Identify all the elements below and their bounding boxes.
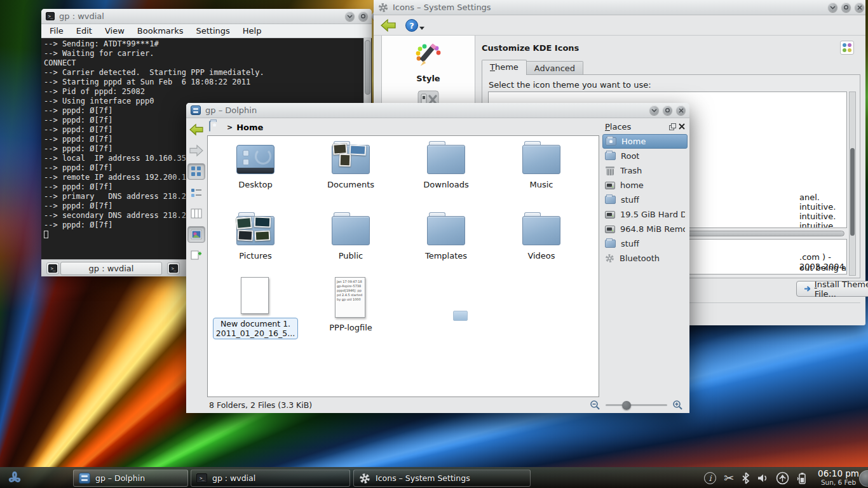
forward-button[interactable] bbox=[187, 142, 205, 159]
minimize-button[interactable] bbox=[649, 105, 659, 115]
details-view-icon bbox=[191, 187, 202, 198]
tab-list-button[interactable]: >_ bbox=[167, 262, 180, 274]
digital-clock[interactable]: 06:10 pm Sun, 6 Feb bbox=[818, 469, 859, 487]
system-settings-titlebar[interactable]: Icons – System Settings bbox=[374, 0, 865, 15]
konsole-icon: >_ bbox=[46, 12, 55, 20]
gear-icon bbox=[605, 254, 614, 263]
minimize-button[interactable] bbox=[828, 3, 837, 12]
theme-list-item[interactable]: intuitive. bbox=[799, 202, 836, 212]
terminal-menubar: File Edit View Bookmarks Settings Help bbox=[41, 24, 372, 38]
usb-device-icon[interactable] bbox=[776, 471, 789, 485]
folder-item-videos[interactable]: Videos bbox=[494, 212, 589, 261]
place-item-hard-drive[interactable]: 19.5 GiB Hard Drive bbox=[602, 207, 688, 222]
zoom-out-icon[interactable] bbox=[590, 400, 600, 410]
help-icon: ? bbox=[405, 19, 418, 32]
battery-icon[interactable] bbox=[797, 472, 807, 485]
theme-list-item[interactable]: anel. bbox=[799, 193, 820, 202]
back-button[interactable] bbox=[380, 18, 397, 32]
theme-list-item[interactable]: intuitive. bbox=[799, 212, 836, 221]
maximize-button[interactable] bbox=[841, 3, 851, 12]
place-item-root[interactable]: Root bbox=[602, 149, 688, 163]
split-view-button[interactable] bbox=[187, 247, 205, 264]
sidebar-item-style[interactable]: Style bbox=[382, 36, 475, 83]
folder-view[interactable]: Desktop Documents Downloads Music bbox=[207, 135, 599, 397]
file-item-ppp-logfile[interactable]: Jan 17 09:47:18 gp-Aspire-5738 pppd[1946… bbox=[303, 276, 398, 332]
bottom-panel: gp – Dolphin >_ gp : wvdial Icons – Syst… bbox=[0, 467, 868, 488]
vertical-scrollbar[interactable] bbox=[849, 92, 856, 276]
columns-view-button[interactable] bbox=[187, 205, 205, 222]
konsole-icon: >_ bbox=[48, 264, 57, 273]
system-settings-toolbar: ? bbox=[374, 15, 865, 36]
terminal-tab[interactable]: gp : wvdial bbox=[60, 262, 162, 275]
place-item-stuff[interactable]: stuff bbox=[602, 193, 688, 207]
place-item-stuff-2[interactable]: stuff bbox=[602, 236, 688, 251]
panel-cashew-icon[interactable] bbox=[859, 470, 868, 487]
folder-item-templates[interactable]: Templates bbox=[398, 212, 494, 261]
drag-thumbnail-artifact bbox=[453, 311, 468, 321]
zoom-slider[interactable] bbox=[606, 404, 667, 406]
theme-list-item[interactable]: intuitive. bbox=[799, 221, 836, 228]
terminal-titlebar[interactable]: >_ gp : wvdial bbox=[41, 9, 372, 24]
volume-icon[interactable] bbox=[757, 473, 768, 483]
select-theme-label: Select the icon theme you want to use: bbox=[489, 80, 651, 90]
close-button[interactable] bbox=[676, 105, 686, 115]
place-item-bluetooth[interactable]: Bluetooth bbox=[602, 251, 688, 266]
menu-view[interactable]: View bbox=[105, 26, 125, 36]
gear-icon bbox=[359, 473, 370, 484]
info-tray-icon[interactable]: i bbox=[704, 472, 716, 484]
klipper-scissors-icon[interactable]: ✂ bbox=[724, 472, 734, 484]
place-item-home-partition[interactable]: home bbox=[602, 178, 688, 193]
place-item-removable[interactable]: 964.8 MiB Remov... bbox=[602, 222, 688, 236]
tab-theme[interactable]: Theme bbox=[482, 60, 527, 75]
taskbar-item-wvdial[interactable]: >_ gp : wvdial bbox=[191, 470, 350, 487]
menu-file[interactable]: File bbox=[50, 26, 64, 36]
konsole-icon: >_ bbox=[169, 264, 178, 273]
folder-item-desktop[interactable]: Desktop bbox=[208, 141, 303, 189]
launcher-button[interactable] bbox=[2, 468, 27, 488]
minimize-button[interactable] bbox=[345, 11, 355, 21]
zoom-slider-handle[interactable] bbox=[622, 401, 631, 410]
folder-item-music[interactable]: Music bbox=[494, 141, 589, 189]
folder-item-pictures[interactable]: Pictures bbox=[208, 212, 303, 261]
zoom-in-icon[interactable] bbox=[672, 400, 683, 410]
breadcrumb-home[interactable]: Home bbox=[236, 123, 263, 132]
install-arrow-icon bbox=[804, 285, 810, 292]
folder-icon bbox=[427, 216, 465, 245]
folder-item-public[interactable]: Public bbox=[303, 212, 398, 261]
menu-bookmarks[interactable]: Bookmarks bbox=[137, 26, 184, 36]
menu-help[interactable]: Help bbox=[243, 26, 262, 36]
maximize-button[interactable] bbox=[663, 105, 672, 115]
back-arrow-icon bbox=[189, 123, 204, 136]
folder-icon bbox=[605, 152, 616, 160]
install-theme-button[interactable]: Install Theme File... bbox=[796, 281, 868, 297]
icons-view-button[interactable] bbox=[187, 163, 205, 180]
preview-toggle-button[interactable] bbox=[187, 226, 205, 243]
menu-edit[interactable]: Edit bbox=[76, 26, 92, 36]
terminal-window-title: gp : wvdial bbox=[59, 11, 104, 21]
tab-advanced[interactable]: Advanced bbox=[527, 61, 583, 75]
breadcrumb-home-button[interactable] bbox=[209, 121, 223, 133]
details-view-button[interactable] bbox=[187, 184, 205, 201]
float-panel-icon[interactable] bbox=[669, 123, 676, 130]
close-panel-icon[interactable] bbox=[679, 123, 685, 130]
place-item-home[interactable]: Home bbox=[602, 134, 688, 149]
taskbar-item-dolphin[interactable]: gp – Dolphin bbox=[73, 470, 188, 487]
split-view-icon bbox=[191, 250, 202, 261]
file-item-new-document[interactable]: New document 1. 2011_01_20_16_5... bbox=[208, 276, 303, 339]
sidebar-item-style-label: Style bbox=[382, 74, 475, 83]
folder-icon bbox=[427, 145, 465, 174]
menu-settings[interactable]: Settings bbox=[196, 26, 229, 36]
back-button[interactable] bbox=[187, 121, 205, 138]
place-item-trash[interactable]: Trash bbox=[602, 163, 688, 178]
folder-item-documents[interactable]: Documents bbox=[303, 141, 398, 189]
icons-view-icon bbox=[191, 166, 202, 177]
icon-sizes-icon[interactable] bbox=[840, 41, 854, 55]
maximize-button[interactable] bbox=[358, 11, 368, 21]
dolphin-titlebar[interactable]: gp – Dolphin bbox=[186, 103, 689, 118]
taskbar-item-system-settings[interactable]: Icons – System Settings bbox=[353, 470, 531, 487]
bluetooth-icon[interactable] bbox=[742, 472, 750, 484]
folder-item-downloads[interactable]: Downloads bbox=[398, 141, 494, 189]
close-button[interactable] bbox=[855, 3, 864, 12]
new-tab-button[interactable]: >_ bbox=[46, 262, 59, 274]
help-button[interactable]: ? bbox=[405, 19, 424, 32]
